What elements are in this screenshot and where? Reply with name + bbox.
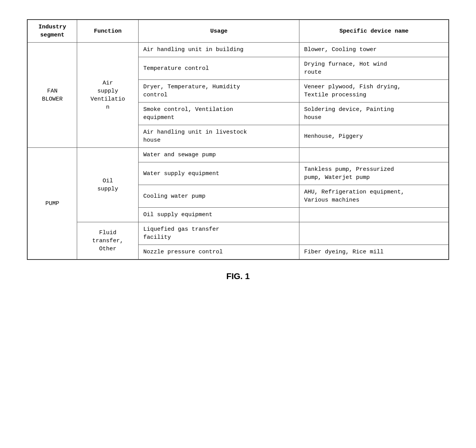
header-row: Industry segment Function Usage Specific… <box>27 20 449 43</box>
table-row: Fluid transfer, OtherLiquefied gas trans… <box>27 222 449 245</box>
device-cell: Soldering device, Painting house <box>299 102 449 125</box>
device-cell: Blower, Cooling tower <box>299 43 449 57</box>
device-cell: Tankless pump, Pressurized pump, Waterje… <box>299 162 449 185</box>
usage-cell: Water supply equipment <box>139 162 299 185</box>
device-cell: Henhouse, Piggery <box>299 125 449 148</box>
industry-cell-pump: PUMP <box>27 148 77 260</box>
device-cell: AHU, Refrigeration equipment, Various ma… <box>299 185 449 208</box>
figure-label: FIG. 1 <box>226 271 250 281</box>
header-function: Function <box>77 20 139 43</box>
device-cell: Fiber dyeing, Rice mill <box>299 245 449 260</box>
usage-cell: Oil supply equipment <box>139 208 299 222</box>
usage-cell: Air handling unit in livestock house <box>139 125 299 148</box>
usage-cell: Temperature control <box>139 57 299 80</box>
table-row: PUMPOil supplyWater and sewage pump <box>27 148 449 162</box>
industry-cell-fan: FAN BLOWER <box>27 43 77 148</box>
function-cell-pump: Fluid transfer, Other <box>77 222 139 260</box>
usage-cell: Dryer, Temperature, Humidity control <box>139 80 299 102</box>
usage-cell: Cooling water pump <box>139 185 299 208</box>
usage-cell: Liquefied gas transfer facility <box>139 222 299 245</box>
usage-cell: Water and sewage pump <box>139 148 299 162</box>
device-cell <box>299 148 449 162</box>
device-cell <box>299 208 449 222</box>
header-usage: Usage <box>139 20 299 43</box>
device-cell: Drying furnace, Hot wind route <box>299 57 449 80</box>
device-cell <box>299 222 449 245</box>
header-industry: Industry segment <box>27 20 77 43</box>
data-table: Industry segment Function Usage Specific… <box>27 19 449 260</box>
function-cell-pump: Oil supply <box>77 148 139 222</box>
function-cell-fan: Air supply Ventilatio n <box>77 43 139 148</box>
usage-cell: Nozzle pressure control <box>139 245 299 260</box>
usage-cell: Smoke control, Ventilation equipment <box>139 102 299 125</box>
table-row: FAN BLOWERAir supply Ventilatio nAir han… <box>27 43 449 57</box>
header-device: Specific device name <box>299 20 449 43</box>
main-table-container: Industry segment Function Usage Specific… <box>27 19 449 260</box>
device-cell: Veneer plywood, Fish drying, Textile pro… <box>299 80 449 102</box>
usage-cell: Air handling unit in building <box>139 43 299 57</box>
